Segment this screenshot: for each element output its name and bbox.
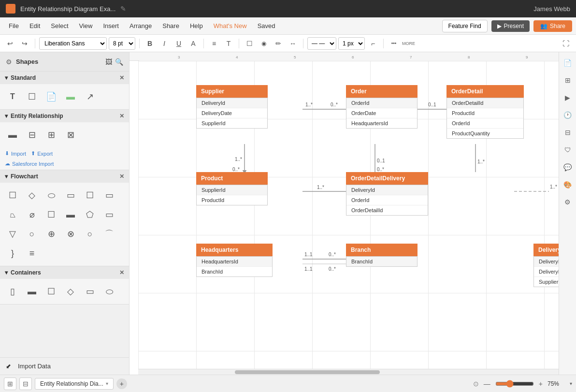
menu-arrange[interactable]: Arrange — [125, 20, 157, 31]
entity-branch[interactable]: Branch BranchId — [346, 244, 418, 267]
zoom-slider[interactable] — [495, 380, 534, 388]
align-button[interactable]: ≡ — [208, 37, 220, 50]
menu-share[interactable]: Share — [158, 20, 184, 31]
color-shape[interactable]: ▬ — [62, 88, 79, 105]
document-title[interactable]: Entity Relationship Diagram Exa... — [20, 5, 115, 13]
font-selector[interactable]: Liberation Sans — [39, 37, 107, 50]
note-shape[interactable]: 📄 — [43, 88, 60, 105]
diagram-canvas[interactable]: 1..* 0..* 1..* 0..* 1..1 0..1 0..1 0..* … — [138, 61, 559, 375]
entity-supplier[interactable]: Supplier DeliveryId DeliveryDate Supplie… — [196, 85, 268, 129]
fc-circle2[interactable]: ○ — [81, 225, 99, 243]
ct-oval[interactable]: ⬭ — [101, 283, 118, 300]
add-page-button[interactable]: + — [116, 378, 127, 389]
er-shape-3[interactable]: ⊞ — [43, 126, 60, 144]
flowchart-close-icon[interactable]: ✕ — [119, 173, 124, 180]
entity-odd[interactable]: OrderDetailDelivery DeliveryId OrderId O… — [346, 172, 428, 216]
font-size-selector[interactable]: 8 pt 10 pt 12 pt — [109, 37, 135, 50]
right-panel-shield[interactable]: 🛡 — [561, 143, 575, 157]
fc-brace[interactable]: } — [4, 245, 21, 262]
feature-find-button[interactable]: Feature Find — [442, 20, 488, 32]
standard-section-header[interactable]: ▾ Standard ✕ — [0, 72, 129, 84]
import-data-button[interactable]: ⬋ Import Data — [0, 357, 129, 375]
text-shape[interactable]: T — [4, 88, 21, 105]
right-panel-video[interactable]: ▶ — [561, 91, 575, 104]
standard-close-icon[interactable]: ✕ — [119, 74, 124, 81]
text-format-button[interactable]: T — [222, 37, 235, 50]
ct-wide[interactable]: ▬ — [23, 283, 41, 300]
fc-rect3[interactable]: ▭ — [101, 187, 118, 204]
entity-headquarters[interactable]: Headquarters HeadquartersId BranchId — [196, 244, 273, 277]
fc-triangle[interactable]: ▽ — [4, 225, 21, 243]
italic-button[interactable]: I — [158, 37, 171, 50]
fc-curved[interactable]: ⌒ — [101, 225, 118, 243]
edit-title-icon[interactable]: ✎ — [120, 5, 126, 13]
ct-square[interactable]: ☐ — [43, 283, 60, 300]
grid-view-button[interactable]: ⊞ — [4, 377, 16, 390]
arrow-shape[interactable]: ↗ — [81, 88, 99, 105]
zoom-dropdown-icon[interactable]: ▾ — [570, 381, 572, 386]
waypoint-button[interactable]: ⌐ — [367, 37, 379, 50]
menu-whats-new[interactable]: What's New — [209, 20, 252, 31]
containers-section-header[interactable]: ▾ Containers ✕ — [0, 266, 129, 279]
fc-rect4[interactable]: ☐ — [43, 206, 60, 223]
undo-button[interactable]: ↩ — [4, 37, 16, 50]
er-section-header[interactable]: ▾ Entity Relationship ✕ — [0, 110, 129, 122]
fc-trapezoid[interactable]: ⏢ — [4, 206, 21, 223]
fc-x-circle[interactable]: ⊗ — [62, 225, 79, 243]
entity-product[interactable]: Product SupplierId ProductId — [196, 172, 268, 205]
fc-circle[interactable]: ○ — [23, 225, 41, 243]
right-panel-pages[interactable]: 📄 — [561, 56, 575, 70]
page-tab[interactable]: Entity Relationship Dia... ▾ — [35, 378, 114, 390]
salesforce-import[interactable]: ☁ Salesforce Import — [0, 160, 129, 170]
fc-rect5[interactable]: ▬ — [62, 206, 79, 223]
menu-select[interactable]: Select — [46, 20, 73, 31]
right-panel-layers[interactable]: ⊟ — [561, 126, 575, 139]
line-width-selector[interactable]: 1 px 2 px 3 px — [338, 37, 365, 50]
menu-help[interactable]: Help — [185, 20, 208, 31]
fc-rect2[interactable]: ☐ — [81, 187, 99, 204]
font-color-button[interactable]: A — [187, 37, 200, 50]
scrollbar-thumb-h[interactable] — [235, 370, 380, 374]
fc-rect[interactable]: ☐ — [4, 187, 21, 204]
line-style-selector[interactable]: — — ——— — [307, 37, 336, 50]
list-view-button[interactable]: ⊟ — [19, 377, 32, 390]
fc-pentagon[interactable]: ⬠ — [81, 206, 99, 223]
fc-oval[interactable]: ⬭ — [43, 187, 60, 204]
entity-order-detail[interactable]: OrderDetail OrderDetailId ProductId Orde… — [446, 85, 524, 139]
fill-color-button[interactable]: ◉ — [258, 37, 270, 50]
entity-delivery[interactable]: Delivery DeliveryId DeliveryDate Supplie… — [533, 244, 559, 287]
fc-rounded[interactable]: ▭ — [62, 187, 79, 204]
ct-tall[interactable]: ▯ — [4, 283, 21, 300]
fullscreen-button[interactable]: ⛶ — [560, 37, 572, 50]
right-panel-tools[interactable]: ⚙ — [561, 195, 575, 209]
fc-cylinder[interactable]: ⌀ — [23, 206, 41, 223]
fill-style-button[interactable]: ☐ — [243, 37, 256, 50]
redo-button[interactable]: ↪ — [18, 37, 31, 50]
underline-button[interactable]: U — [173, 37, 185, 50]
line-color-button[interactable]: ✏ — [272, 37, 285, 50]
right-panel-clock[interactable]: 🕐 — [561, 108, 575, 122]
canvas-area[interactable]: 3 4 5 6 7 8 9 1..* 0..* 1..* 0..* — [130, 52, 559, 375]
ct-rounded[interactable]: ▭ — [81, 283, 99, 300]
search-icon[interactable]: 🔍 — [115, 58, 123, 66]
fc-lines[interactable]: ≡ — [23, 245, 41, 262]
share-button[interactable]: 👥 Share — [533, 20, 572, 32]
menu-view[interactable]: View — [74, 20, 98, 31]
er-shape-1[interactable]: ▬ — [4, 126, 21, 144]
flowchart-section-header[interactable]: ▾ Flowchart ✕ — [0, 170, 129, 183]
menu-edit[interactable]: Edit — [25, 20, 45, 31]
import-button[interactable]: ⬇ Import — [5, 150, 26, 157]
fc-diamond[interactable]: ◇ — [23, 187, 41, 204]
rectangle-shape[interactable]: ☐ — [23, 88, 41, 105]
right-panel-grid[interactable]: ⊞ — [561, 73, 575, 87]
ct-diamond[interactable]: ◇ — [62, 283, 79, 300]
fc-rect6[interactable]: ▭ — [101, 206, 118, 223]
export-button[interactable]: ⬆ Export — [31, 150, 53, 157]
more-button[interactable]: ••• — [388, 37, 400, 50]
horizontal-scrollbar[interactable] — [138, 369, 559, 375]
zoom-in-button[interactable]: + — [537, 379, 545, 389]
er-shape-2[interactable]: ⊟ — [23, 126, 41, 144]
menu-file[interactable]: File — [4, 20, 24, 31]
bold-button[interactable]: B — [144, 37, 156, 50]
image-icon[interactable]: 🖼 — [105, 58, 112, 66]
